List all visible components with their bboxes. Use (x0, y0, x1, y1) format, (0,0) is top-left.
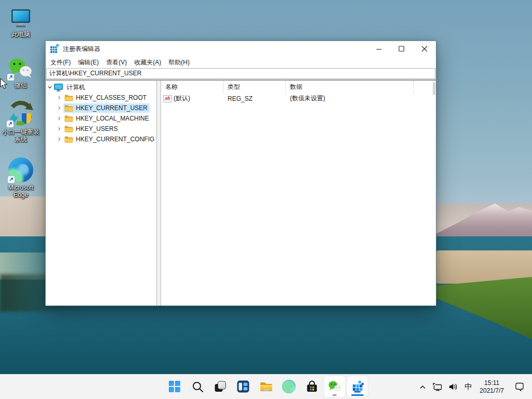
tree-item-label: HKEY_LOCAL_MACHINE (76, 115, 149, 122)
chevron-right-icon[interactable] (55, 116, 63, 121)
panel-splitter[interactable] (156, 81, 161, 305)
desktop-icon-label: 微信 (15, 82, 27, 89)
desktop-icon-xiaobai-reinstall[interactable]: 小白一键重装系统 (0, 100, 42, 143)
column-header-name[interactable]: 名称 (161, 81, 223, 94)
tree-item-label: HKEY_CURRENT_USER (76, 104, 148, 112)
store-button[interactable] (301, 376, 322, 397)
value-name: (默认) (174, 94, 190, 103)
column-header-type[interactable]: 类型 (223, 81, 286, 94)
menu-favorites[interactable]: 收藏夹(A) (130, 57, 165, 69)
wallpaper-grass (435, 277, 532, 339)
system-tray: 中 15:11 2021/7/7 (416, 375, 528, 399)
list-header: 名称 类型 数据 (161, 81, 436, 94)
value-row-default[interactable]: ab (默认) REG_SZ (数值未设置) (161, 94, 436, 103)
notification-center-icon[interactable] (508, 375, 528, 399)
chevron-right-icon[interactable] (55, 137, 63, 142)
network-icon[interactable] (429, 375, 445, 399)
ime-indicator[interactable]: 中 (461, 375, 475, 399)
values-panel: 名称 类型 数据 ab (默认) REG_SZ (数值未设置) (161, 81, 436, 305)
desktop: 此电脑 微信 (0, 0, 532, 399)
registry-editor-taskbar-button[interactable] (347, 376, 368, 397)
address-path: 计算机\HKEY_CURRENT_USER (49, 69, 141, 78)
shortcut-arrow-icon (8, 176, 15, 183)
chevron-down-icon[interactable] (46, 85, 54, 90)
menu-bar: 文件(F) 编辑(E) 查看(V) 收藏夹(A) 帮助(H) (46, 57, 436, 68)
menu-help[interactable]: 帮助(H) (165, 57, 193, 69)
chevron-right-icon[interactable] (55, 105, 63, 111)
menu-file[interactable]: 文件(F) (47, 57, 74, 69)
start-button[interactable] (164, 376, 185, 397)
tree-item-hkey-current-config[interactable]: HKEY_CURRENT_CONFIG (46, 134, 156, 144)
registry-editor-window: 注册表编辑器 文件(F) 编辑(E) 查看(V) 收藏夹(A) 帮助(H) 计算… (45, 41, 436, 306)
hidden-icons-chevron[interactable] (416, 375, 429, 399)
folder-icon (64, 126, 73, 132)
tree-item-label: HKEY_CLASSES_ROOT (76, 94, 147, 101)
menu-edit[interactable]: 编辑(E) (74, 57, 102, 69)
chevron-right-icon[interactable] (55, 126, 63, 131)
registry-tree-panel: 计算机 HKEY_CLASSES_ROOT (46, 81, 156, 305)
maximize-button[interactable] (390, 41, 413, 57)
this-pc-icon (9, 8, 32, 29)
tree-item-hkey-current-user[interactable]: HKEY_CURRENT_USER (46, 103, 156, 113)
wechat-icon (8, 57, 34, 80)
clock-time: 15:11 (484, 379, 499, 387)
xiaobai-reinstall-icon (7, 100, 34, 127)
tree-item-hkey-local-machine[interactable]: HKEY_LOCAL_MACHINE (46, 113, 156, 124)
menu-view[interactable]: 查看(V) (102, 57, 130, 69)
file-explorer-button[interactable] (256, 376, 276, 397)
clock-date: 2021/7/7 (480, 387, 504, 395)
desktop-icon-wechat[interactable]: 微信 (0, 57, 42, 89)
folder-icon (64, 136, 73, 143)
string-value-icon: ab (163, 95, 172, 102)
minimize-button[interactable] (367, 41, 390, 57)
folder-icon (64, 95, 73, 101)
value-data: (数值未设置) (286, 94, 414, 103)
folder-icon (64, 115, 73, 122)
desktop-icon-this-pc[interactable]: 此电脑 (0, 8, 42, 38)
tree-item-label: HKEY_CURRENT_CONFIG (76, 136, 154, 143)
tree-item-label: 计算机 (66, 83, 85, 92)
desktop-icon-label: Microsoft Edge (1, 184, 41, 198)
taskbar-center-icons (164, 376, 368, 397)
address-bar[interactable]: 计算机\HKEY_CURRENT_USER (46, 68, 435, 79)
tree-item-computer[interactable]: 计算机 (46, 82, 156, 92)
desktop-icon-edge[interactable]: Microsoft Edge (0, 157, 42, 198)
shortcut-arrow-icon (7, 121, 14, 127)
wechat-taskbar-button[interactable] (324, 376, 345, 397)
computer-icon (54, 84, 63, 91)
volume-icon[interactable] (445, 375, 461, 399)
column-header-data[interactable]: 数据 (286, 81, 414, 94)
active-indicator (351, 394, 364, 396)
taskbar: 中 15:11 2021/7/7 (0, 374, 532, 399)
task-view-button[interactable] (210, 376, 231, 397)
desktop-icon-label: 此电脑 (11, 31, 30, 38)
desktop-icon-label: 小白一键重装系统 (1, 128, 41, 143)
window-title: 注册表编辑器 (63, 45, 100, 54)
running-indicator (332, 394, 337, 396)
clock[interactable]: 15:11 2021/7/7 (475, 379, 508, 395)
scrollbar-thumb[interactable] (433, 82, 435, 95)
edge-button[interactable] (278, 376, 299, 397)
chevron-right-icon[interactable] (55, 95, 63, 100)
widgets-button[interactable] (233, 376, 254, 397)
search-button[interactable] (187, 376, 208, 397)
wallpaper-shore (435, 236, 532, 375)
window-controls (367, 41, 436, 57)
value-type: REG_SZ (223, 95, 286, 102)
folder-icon (64, 105, 73, 112)
shortcut-arrow-icon (7, 74, 14, 81)
tree-item-label: HKEY_USERS (76, 125, 118, 132)
tree-item-hkey-users[interactable]: HKEY_USERS (46, 124, 156, 134)
edge-icon (8, 157, 33, 182)
title-bar[interactable]: 注册表编辑器 (46, 41, 436, 57)
tree-item-hkey-classes-root[interactable]: HKEY_CLASSES_ROOT (46, 92, 156, 103)
registry-editor-icon (50, 45, 58, 53)
close-button[interactable] (413, 41, 436, 57)
